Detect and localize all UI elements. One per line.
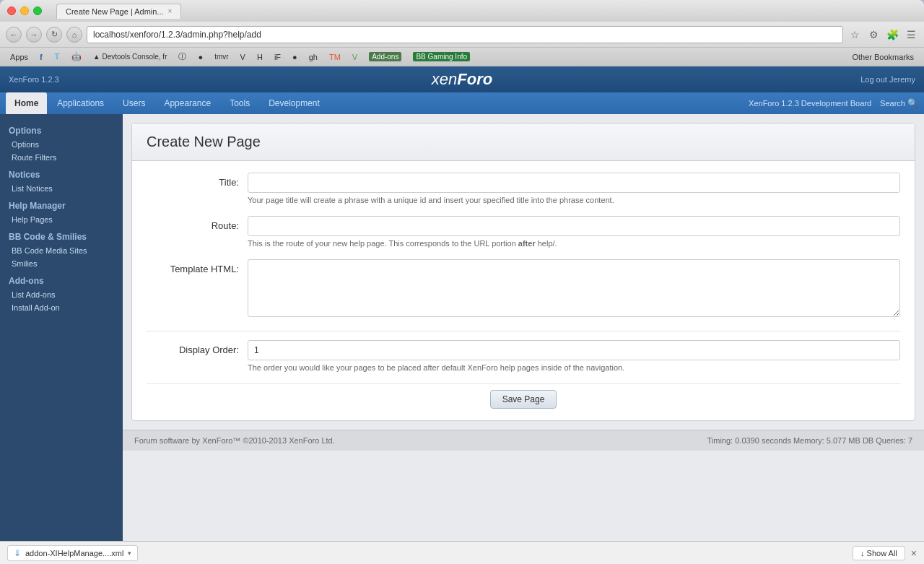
browser-toolbar: ← → ↻ ⌂ ☆ ⚙ 🧩 ☰: [0, 22, 924, 48]
star-icon[interactable]: ☆: [847, 27, 862, 42]
save-page-button[interactable]: Save Page: [490, 390, 557, 409]
display-order-hint: The order you would like your pages to b…: [248, 363, 900, 372]
dev-board-link[interactable]: XenForo 1.2.3 Development Board: [749, 99, 871, 108]
tab-close-button[interactable]: ×: [168, 7, 173, 15]
bookmark-h[interactable]: H: [253, 51, 267, 63]
nav-applications[interactable]: Applications: [48, 92, 113, 114]
bookmark-twitter[interactable]: 𝕋: [50, 51, 64, 63]
xf-logout[interactable]: Log out Jeremy: [860, 75, 915, 84]
settings-icon[interactable]: ⚙: [866, 27, 881, 42]
sidebar-section-notices: Notices: [0, 164, 123, 182]
bookmark-reddit[interactable]: 🤖: [67, 51, 86, 63]
display-order-field: The order you would like your pages to b…: [248, 340, 900, 372]
menu-icon[interactable]: ☰: [904, 27, 918, 42]
bookmark-v[interactable]: V: [236, 51, 250, 63]
bookmark-dot2[interactable]: ●: [288, 51, 302, 63]
bookmark-v2[interactable]: V: [348, 51, 362, 63]
download-bar: ⇓ addon-XIHelpManage....xml ▾ ↓ Show All…: [0, 541, 924, 564]
sidebar-section-options: Options: [0, 120, 123, 138]
create-page-panel: Create New Page Title: Your page title w…: [131, 123, 915, 421]
maximize-window-button[interactable]: [33, 6, 42, 15]
bookmark-apps[interactable]: Apps: [6, 51, 32, 63]
bookmark-tmvr[interactable]: tmvr: [210, 51, 232, 62]
minimize-window-button[interactable]: [20, 6, 29, 15]
sidebar-section-help: Help Manager: [0, 195, 123, 213]
sidebar-link-route-filters[interactable]: Route Filters: [0, 151, 123, 164]
sidebar-section-bbcode: BB Code & Smilies: [0, 226, 123, 244]
bookmark-dot1[interactable]: ●: [193, 51, 207, 63]
download-chevron[interactable]: ▾: [128, 550, 131, 557]
xf-logo: xenForo: [432, 70, 492, 89]
bookmark-if[interactable]: iF: [270, 51, 285, 63]
home-button[interactable]: ⌂: [66, 27, 82, 43]
route-hint-prefix: This is the route of your new help page.…: [248, 239, 518, 248]
nav-home[interactable]: Home: [6, 92, 47, 114]
xf-main-content: Create New Page Title: Your page title w…: [123, 114, 924, 541]
sidebar-link-options[interactable]: Options: [0, 138, 123, 151]
browser-titlebar: Create New Page | Admin... ×: [0, 0, 924, 22]
sidebar-link-bbcode-media[interactable]: BB Code Media Sites: [0, 244, 123, 257]
bookmark-facebook[interactable]: f: [35, 51, 47, 63]
search-label: Search: [880, 99, 905, 108]
template-textarea[interactable]: [248, 259, 900, 317]
form-actions: Save Page: [147, 383, 900, 409]
route-input[interactable]: [248, 216, 900, 236]
form-divider: [147, 331, 900, 331]
route-label: Route:: [147, 216, 248, 231]
title-field: Your page title will create a phrase wit…: [248, 173, 900, 204]
title-hint: Your page title will create a phrase wit…: [248, 196, 900, 204]
bookmark-devtools[interactable]: ▲ Devtools Console, fr: [89, 51, 172, 62]
panel-header: Create New Page: [132, 123, 915, 161]
show-all-button[interactable]: ↓ Show All: [853, 546, 905, 560]
sidebar-link-smilies[interactable]: Smilies: [0, 257, 123, 270]
bookmark-gaming[interactable]: BB Gaming Info: [409, 51, 474, 63]
address-bar[interactable]: [87, 26, 843, 43]
tab-title: Create New Page | Admin...: [66, 7, 164, 16]
nav-appearance[interactable]: Appearance: [155, 92, 219, 114]
template-label: Template HTML:: [147, 259, 248, 274]
nav-users[interactable]: Users: [114, 92, 154, 114]
download-item[interactable]: ⇓ addon-XIHelpManage....xml ▾: [7, 545, 138, 561]
form-row-display-order: Display Order: The order you would like …: [147, 340, 900, 372]
route-field: This is the route of your new help page.…: [248, 216, 900, 248]
search-link[interactable]: Search 🔍: [880, 98, 918, 108]
form-row-template: Template HTML:: [147, 259, 900, 319]
extensions-icon[interactable]: 🧩: [885, 27, 899, 42]
download-bar-close[interactable]: ×: [911, 547, 917, 559]
display-order-input[interactable]: [248, 340, 900, 360]
page-title: Create New Page: [147, 134, 900, 150]
template-field: [248, 259, 900, 319]
footer-right: Timing: 0.0390 seconds Memory: 5.077 MB …: [707, 436, 913, 445]
sidebar-link-list-notices[interactable]: List Notices: [0, 182, 123, 195]
xf-nav-right: XenForo 1.2.3 Development Board Search 🔍: [749, 92, 918, 114]
title-input[interactable]: [248, 173, 900, 193]
other-bookmarks[interactable]: Other Bookmarks: [847, 51, 918, 63]
xf-content-area: Options Options Route Filters Notices Li…: [0, 114, 924, 541]
bookmark-xen[interactable]: Ⓘ: [174, 50, 191, 64]
panel-body: Title: Your page title will create a phr…: [132, 161, 915, 420]
xf-version: XenForo 1.2.3: [9, 75, 59, 84]
close-window-button[interactable]: [7, 6, 16, 15]
route-hint-suffix: help/.: [536, 239, 557, 248]
xenforo-admin: XenForo 1.2.3 xenForo Log out Jeremy Hom…: [0, 66, 924, 541]
xf-top-bar: XenForo 1.2.3 xenForo Log out Jeremy: [0, 66, 924, 92]
search-icon: 🔍: [907, 98, 918, 108]
bookmark-addons[interactable]: Add-ons: [365, 51, 406, 63]
browser-tab[interactable]: Create New Page | Admin... ×: [56, 4, 181, 19]
apps-label: Apps: [10, 53, 28, 61]
download-icon: ⇓: [14, 548, 21, 558]
bookmark-tm[interactable]: TM: [325, 51, 345, 63]
sidebar-link-help-pages[interactable]: Help Pages: [0, 213, 123, 226]
footer-left: Forum software by XenForo™ ©2010-2013 Xe…: [134, 436, 335, 445]
route-hint: This is the route of your new help page.…: [248, 239, 900, 248]
nav-development[interactable]: Development: [260, 92, 328, 114]
xf-navigation: Home Applications Users Appearance Tools…: [0, 92, 924, 114]
reload-button[interactable]: ↻: [46, 27, 62, 43]
sidebar-link-list-addons[interactable]: List Add-ons: [0, 288, 123, 301]
nav-tools[interactable]: Tools: [221, 92, 258, 114]
forward-button[interactable]: →: [26, 27, 42, 43]
sidebar-link-install-addon[interactable]: Install Add-on: [0, 301, 123, 314]
window-controls[interactable]: [7, 6, 42, 15]
back-button[interactable]: ←: [6, 27, 22, 43]
bookmark-gh[interactable]: gh: [305, 51, 322, 63]
